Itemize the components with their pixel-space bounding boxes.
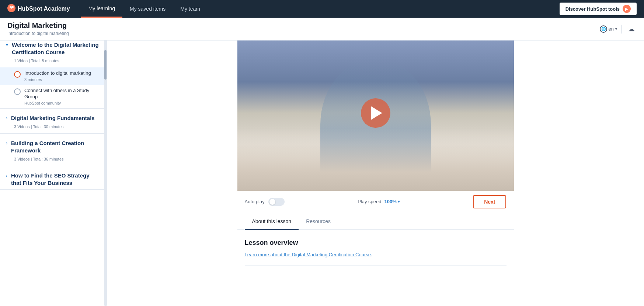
lesson-item-intro[interactable]: Introduction to digital marketing 3 minu… — [0, 67, 107, 85]
lesson-info-study-group: Connect with others in a Study Group Hub… — [24, 88, 101, 105]
page-subtitle: Introduction to digital marketing — [7, 31, 69, 36]
header-divider — [622, 25, 622, 34]
globe-icon: 🌐 — [600, 25, 607, 33]
autoplay-label: Auto play — [245, 199, 265, 204]
discover-btn-label: Discover HubSpot tools — [565, 6, 620, 12]
discover-hubspot-button[interactable]: Discover HubSpot tools ▶ — [560, 3, 637, 15]
playspeed-label: Play speed — [358, 199, 381, 204]
tab-about-lesson[interactable]: About this lesson — [245, 213, 299, 229]
lesson-overview-link[interactable]: Learn more about the Digital Marketing C… — [245, 252, 372, 257]
logo-text: HubSpot Academy — [18, 6, 70, 12]
lesson-duration-intro: 3 minutes — [24, 77, 91, 82]
sidebar-scrollbar-thumb[interactable] — [104, 50, 107, 80]
tab-resources[interactable]: Resources — [299, 213, 338, 229]
section-1-title: Welcome to the Digital Marketing Certifi… — [12, 41, 101, 56]
course-section-1: ▾ Welcome to the Digital Marketing Certi… — [0, 35, 107, 109]
lesson-content: Lesson overview Learn more about the Dig… — [237, 230, 514, 274]
section-2-title: Digital Marketing Fundamentals — [11, 115, 95, 122]
course-sidebar: ▾ Welcome to the Digital Marketing Certi… — [0, 35, 107, 306]
lesson-dot-intro — [14, 71, 21, 78]
section-2-meta: 3 Videos | Total: 30 minutes — [0, 124, 107, 133]
svg-point-1 — [11, 6, 14, 8]
page-title-block: Digital Marketing Introduction to digita… — [7, 21, 69, 36]
autoplay-section: Auto play — [245, 198, 285, 206]
main-content: Auto play Play speed 100% ▾ Next About t… — [107, 35, 644, 306]
section-4-header[interactable]: › How to Find the SEO Strategy that Fits… — [0, 166, 107, 189]
playspeed-chevron-icon: ▾ — [398, 199, 400, 204]
logo[interactable]: HubSpot Academy — [7, 4, 70, 14]
lesson-info-intro: Introduction to digital marketing 3 minu… — [24, 70, 91, 82]
section-3-header[interactable]: › Building a Content Creation Framework — [0, 134, 107, 157]
next-button[interactable]: Next — [473, 195, 506, 208]
nav-my-saved-items[interactable]: My saved items — [122, 0, 173, 18]
autoplay-toggle[interactable] — [268, 198, 285, 206]
nav-my-team[interactable]: My team — [173, 0, 208, 18]
sidebar-scrollbar-track — [104, 35, 107, 306]
video-player[interactable] — [237, 35, 514, 191]
lesson-item-study-group[interactable]: Connect with others in a Study Group Hub… — [0, 85, 107, 108]
lesson-tabs: About this lesson Resources — [237, 213, 514, 230]
lesson-divider — [245, 265, 507, 265]
hubspot-logo-icon — [7, 4, 15, 14]
svg-point-2 — [10, 6, 11, 8]
section-3-meta: 3 Videos | Total: 36 minutes — [0, 157, 107, 166]
language-selector[interactable]: 🌐 en ▾ — [600, 25, 617, 33]
section-1-chevron-icon: ▾ — [6, 42, 8, 48]
section-3-chevron-icon: › — [6, 141, 7, 146]
discover-play-icon: ▶ — [623, 5, 631, 13]
lesson-overview-title: Lesson overview — [245, 239, 507, 247]
main-nav: My learning My saved items My team — [81, 0, 560, 18]
lang-label: en — [609, 26, 614, 32]
play-button[interactable] — [361, 98, 390, 128]
lesson-dot-study-group — [14, 88, 21, 95]
video-controls-bar: Auto play Play speed 100% ▾ Next — [237, 191, 514, 213]
main-layout: ▾ Welcome to the Digital Marketing Certi… — [0, 35, 644, 306]
section-2-header[interactable]: › Digital Marketing Fundamentals — [0, 109, 107, 125]
cloud-icon[interactable]: ☁ — [626, 24, 637, 34]
course-section-4: › How to Find the SEO Strategy that Fits… — [0, 166, 107, 190]
section-4-chevron-icon: › — [6, 173, 7, 178]
lesson-title-intro: Introduction to digital marketing — [24, 70, 91, 77]
lesson-title-study-group: Connect with others in a Study Group — [24, 88, 101, 100]
course-section-2: › Digital Marketing Fundamentals 3 Video… — [0, 109, 107, 134]
lesson-duration-study-group: HubSpot community — [24, 101, 101, 105]
header-right: Discover HubSpot tools ▶ — [560, 3, 637, 15]
nav-my-learning[interactable]: My learning — [81, 0, 122, 18]
page-title: Digital Marketing — [7, 21, 69, 30]
section-1-meta: 1 Video | Total: 8 minutes — [0, 59, 107, 67]
svg-rect-3 — [11, 7, 12, 9]
lang-chevron-icon: ▾ — [615, 27, 617, 31]
page-title-right: 🌐 en ▾ ☁ — [600, 24, 637, 34]
course-section-3: › Building a Content Creation Framework … — [0, 134, 107, 166]
page-title-bar: Digital Marketing Introduction to digita… — [0, 18, 644, 41]
playspeed-section: Play speed 100% ▾ — [358, 199, 400, 204]
section-3-title: Building a Content Creation Framework — [11, 140, 101, 154]
playspeed-value[interactable]: 100% ▾ — [384, 199, 400, 204]
video-section: Auto play Play speed 100% ▾ Next About t… — [237, 35, 514, 274]
main-header: HubSpot Academy My learning My saved ite… — [0, 0, 644, 18]
section-2-chevron-icon: › — [6, 116, 7, 121]
section-4-title: How to Find the SEO Strategy that Fits Y… — [11, 172, 101, 186]
